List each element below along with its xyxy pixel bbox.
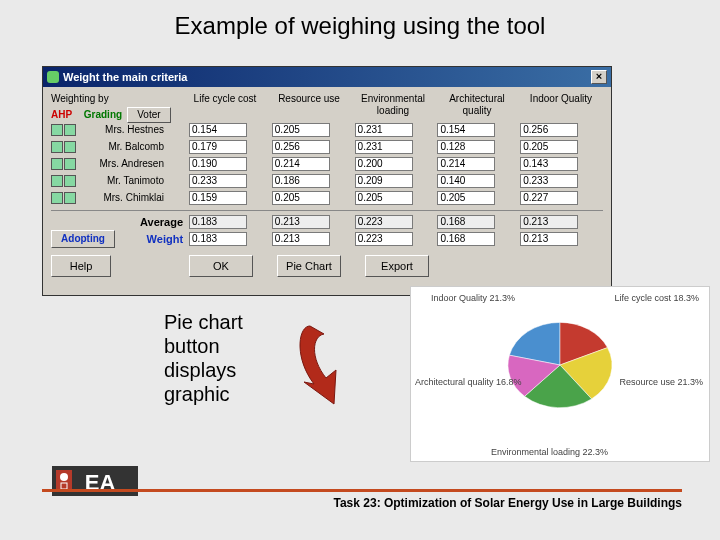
value-cell[interactable]	[437, 140, 495, 154]
presence-checkbox[interactable]	[51, 141, 63, 153]
value-cell[interactable]	[189, 140, 247, 154]
button-row: Help OK Pie Chart Export	[51, 255, 603, 277]
titlebar: Weight the main criteria ×	[43, 67, 611, 87]
value-cell[interactable]	[189, 174, 247, 188]
help-button[interactable]: Help	[51, 255, 111, 277]
pie-chart-button[interactable]: Pie Chart	[277, 255, 341, 277]
value-cell[interactable]	[520, 174, 578, 188]
colheader: Life cycle cost	[183, 93, 267, 121]
avg-cell	[189, 215, 247, 229]
adopting-button[interactable]: Adopting	[51, 230, 115, 248]
weight-cell[interactable]	[437, 232, 495, 246]
value-cell[interactable]	[520, 140, 578, 154]
value-cell[interactable]	[355, 174, 413, 188]
value-cell[interactable]	[272, 191, 330, 205]
avg-cell	[355, 215, 413, 229]
row-name: Mr. Balcomb	[80, 141, 164, 152]
avg-cell	[437, 215, 495, 229]
table-row: Mrs. Chimklai	[51, 189, 603, 206]
average-row: Average	[51, 213, 603, 230]
voter-button[interactable]: Voter	[127, 107, 171, 123]
avg-cell	[520, 215, 578, 229]
colheader: Environmental loading	[351, 93, 435, 121]
table-row: Mr. Tanimoto	[51, 172, 603, 189]
value-cell[interactable]	[272, 140, 330, 154]
row-name: Mrs. Andresen	[80, 158, 164, 169]
footer-task: Task 23: Optimization of Solar Energy Us…	[42, 496, 682, 510]
value-cell[interactable]	[189, 191, 247, 205]
callout-line: displays	[164, 358, 243, 382]
value-cell[interactable]	[272, 123, 330, 137]
presence-checkbox[interactable]	[51, 175, 63, 187]
pie-chart	[495, 305, 625, 425]
colheader: Resource use	[267, 93, 351, 121]
value-cell[interactable]	[355, 191, 413, 205]
pie-chart-panel: Indoor Quality 21.3% Life cycle cost 18.…	[410, 286, 710, 462]
value-cell[interactable]	[520, 191, 578, 205]
value-cell[interactable]	[272, 157, 330, 171]
row-name: Mrs. Hestnes	[80, 124, 164, 135]
weight-cell[interactable]	[189, 232, 247, 246]
svg-point-2	[60, 473, 68, 481]
value-cell[interactable]	[355, 157, 413, 171]
window-title: Weight the main criteria	[63, 71, 591, 83]
weight-label: Weight	[147, 233, 183, 245]
callout-line: button	[164, 334, 243, 358]
grading-label: Grading	[84, 109, 122, 120]
left-header: Weighting by AHP Grading Voter	[51, 93, 183, 121]
value-cell[interactable]	[355, 140, 413, 154]
presence-checkbox[interactable]	[64, 175, 76, 187]
weight-row: Adopting Weight	[51, 230, 603, 247]
pie-slice-label: Indoor Quality 21.3%	[431, 293, 515, 303]
app-icon	[47, 71, 59, 83]
callout-line: graphic	[164, 382, 243, 406]
weights-window: Weight the main criteria × Weighting by …	[42, 66, 612, 296]
weight-cell[interactable]	[272, 232, 330, 246]
presence-checkbox[interactable]	[64, 192, 76, 204]
average-label: Average	[140, 216, 183, 228]
pie-slice-label: Environmental loading 22.3%	[491, 447, 608, 457]
column-headers: Life cycle cost Resource use Environment…	[183, 93, 603, 121]
row-name: Mr. Tanimoto	[80, 175, 164, 186]
value-cell[interactable]	[437, 191, 495, 205]
weight-cell[interactable]	[520, 232, 578, 246]
ok-button[interactable]: OK	[189, 255, 253, 277]
value-cell[interactable]	[355, 123, 413, 137]
close-icon[interactable]: ×	[591, 70, 607, 84]
footer: Task 23: Optimization of Solar Energy Us…	[42, 489, 682, 510]
value-cell[interactable]	[520, 123, 578, 137]
presence-checkbox[interactable]	[51, 158, 63, 170]
avg-cell	[272, 215, 330, 229]
ahp-label: AHP	[51, 109, 81, 120]
pie-slice-label: Resource use 21.3%	[619, 377, 703, 387]
export-button[interactable]: Export	[365, 255, 429, 277]
value-cell[interactable]	[437, 123, 495, 137]
presence-checkbox[interactable]	[51, 124, 63, 136]
presence-checkbox[interactable]	[64, 124, 76, 136]
row-name: Mrs. Chimklai	[80, 192, 164, 203]
callout-line: Pie chart	[164, 310, 243, 334]
colheader: Architectural quality	[435, 93, 519, 121]
pie-slice-label: Life cycle cost 18.3%	[614, 293, 699, 303]
weight-cell[interactable]	[355, 232, 413, 246]
pie-slice-label: Architectural quality 16.8%	[415, 377, 522, 387]
value-cell[interactable]	[520, 157, 578, 171]
callout-text: Pie chart button displays graphic	[164, 310, 243, 406]
value-cell[interactable]	[189, 157, 247, 171]
value-cell[interactable]	[437, 174, 495, 188]
presence-checkbox[interactable]	[64, 141, 76, 153]
presence-checkbox[interactable]	[64, 158, 76, 170]
weighting-by-label: Weighting by	[51, 93, 109, 104]
curved-arrow-icon	[290, 318, 400, 412]
table-row: Mrs. Andresen	[51, 155, 603, 172]
colheader: Indoor Quality	[519, 93, 603, 121]
value-cell[interactable]	[189, 123, 247, 137]
presence-checkbox[interactable]	[51, 192, 63, 204]
table-row: Mr. Balcomb	[51, 138, 603, 155]
value-cell[interactable]	[272, 174, 330, 188]
table-row: Mrs. Hestnes	[51, 121, 603, 138]
slide-title: Example of weighing using the tool	[0, 12, 720, 40]
value-cell[interactable]	[437, 157, 495, 171]
